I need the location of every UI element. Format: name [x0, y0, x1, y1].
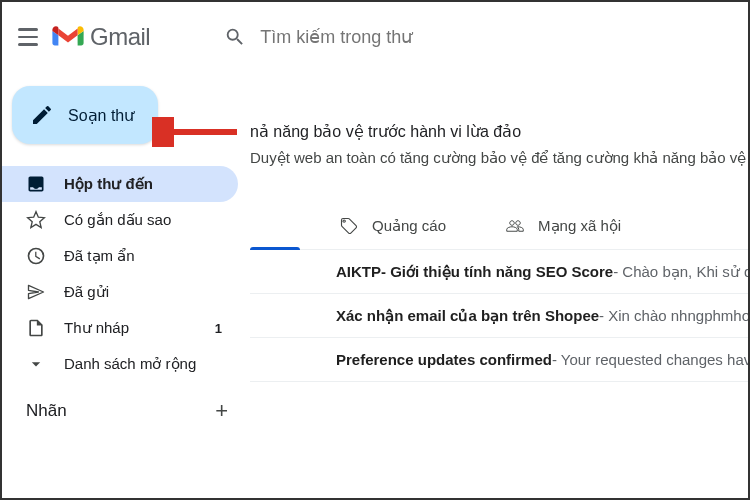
sidebar-item-starred[interactable]: Có gắn dấu sao	[2, 202, 238, 238]
tab-primary[interactable]	[250, 203, 300, 249]
compose-button[interactable]: Soạn thư	[12, 86, 158, 144]
main-content: nả năng bảo vệ trước hành vi lừa đảo Duy…	[250, 72, 748, 422]
sidebar-item-label: Danh sách mở rộng	[64, 355, 222, 373]
send-icon	[26, 282, 46, 302]
sidebar-item-label: Thư nháp	[64, 319, 197, 337]
sidebar-item-sent[interactable]: Đã gửi	[2, 274, 238, 310]
sidebar-item-more[interactable]: Danh sách mở rộng	[2, 346, 238, 382]
banner-title: nả năng bảo vệ trước hành vi lừa đảo	[250, 122, 748, 141]
tag-icon	[340, 217, 358, 235]
labels-title: Nhãn	[26, 401, 67, 421]
sidebar: Soạn thư Hộp thư đến Có gắn dấu sao Đã t…	[2, 72, 250, 422]
search-input[interactable]	[260, 27, 718, 48]
drafts-count: 1	[215, 321, 222, 336]
email-row[interactable]: Preference updates confirmed - Your requ…	[250, 338, 748, 382]
sidebar-item-label: Hộp thư đến	[64, 175, 222, 193]
email-subject: AIKTP- Giới thiệu tính năng SEO Score	[336, 263, 613, 281]
tab-label: Quảng cáo	[372, 217, 446, 235]
search-bar[interactable]	[210, 14, 732, 60]
search-icon	[224, 26, 246, 48]
email-subject: Preference updates confirmed	[336, 351, 552, 368]
search-container	[210, 14, 732, 60]
pencil-icon	[30, 103, 54, 127]
sidebar-item-snoozed[interactable]: Đã tạm ẩn	[2, 238, 238, 274]
sidebar-item-inbox[interactable]: Hộp thư đến	[2, 166, 238, 202]
sidebar-item-label: Đã tạm ẩn	[64, 247, 222, 265]
star-icon	[26, 210, 46, 230]
email-list: AIKTP- Giới thiệu tính năng SEO Score - …	[250, 250, 748, 382]
email-snippet: - Chào bạn, Khi sử dụng AI viết b	[613, 263, 748, 281]
tab-social[interactable]: Mạng xã hội	[466, 203, 641, 249]
email-snippet: - Xin chào nhngphmhong, Vui lòng	[599, 307, 748, 324]
inbox-icon	[26, 174, 46, 194]
sidebar-item-label: Đã gửi	[64, 283, 222, 301]
people-icon	[506, 217, 524, 235]
email-row[interactable]: AIKTP- Giới thiệu tính năng SEO Score - …	[250, 250, 748, 294]
category-tabs: Quảng cáo Mạng xã hội	[250, 203, 748, 250]
email-snippet: - Your requested changes have been ma	[552, 351, 748, 368]
add-label-button[interactable]: +	[215, 400, 228, 422]
sidebar-item-drafts[interactable]: Thư nháp 1	[2, 310, 238, 346]
labels-heading: Nhãn +	[2, 382, 250, 422]
compose-label: Soạn thư	[68, 106, 134, 125]
gmail-logo[interactable]: Gmail	[52, 23, 150, 51]
safety-banner: nả năng bảo vệ trước hành vi lừa đảo Duy…	[250, 122, 748, 179]
file-icon	[26, 318, 46, 338]
tab-promotions[interactable]: Quảng cáo	[300, 203, 466, 249]
tab-label: Mạng xã hội	[538, 217, 621, 235]
menu-icon[interactable]	[16, 25, 40, 49]
sidebar-item-label: Có gắn dấu sao	[64, 211, 222, 229]
banner-subtitle: Duyệt web an toàn có tăng cường bảo vệ đ…	[250, 149, 748, 167]
email-subject: Xác nhận email của bạn trên Shopee	[336, 307, 599, 325]
clock-icon	[26, 246, 46, 266]
header: Gmail	[2, 2, 748, 72]
app-name: Gmail	[90, 23, 150, 51]
gmail-m-icon	[52, 25, 84, 49]
email-row[interactable]: Xác nhận email của bạn trên Shopee - Xin…	[250, 294, 748, 338]
chevron-down-icon	[26, 354, 46, 374]
